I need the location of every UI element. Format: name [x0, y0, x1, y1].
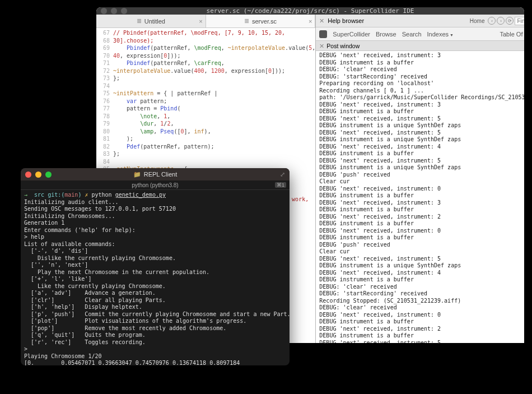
- close-dot[interactable]: [25, 171, 31, 178]
- folder-icon: 📁: [133, 171, 141, 178]
- help-search[interactable]: Search: [402, 31, 422, 38]
- help-browse[interactable]: Browse: [376, 31, 396, 38]
- help-toc[interactable]: Table Of Contents▼: [500, 31, 524, 38]
- post-title: Post window: [326, 43, 360, 49]
- post-window-header: ✕ Post window Auto Scroll: [316, 41, 524, 51]
- window-controls: [101, 8, 127, 14]
- find-input[interactable]: [515, 17, 524, 25]
- min-dot[interactable]: [111, 8, 117, 14]
- close-icon[interactable]: ✕: [319, 43, 324, 49]
- prompt-dir: src: [34, 192, 44, 198]
- close-icon[interactable]: ✕: [319, 17, 324, 25]
- term-tab-label: python (python3.8): [132, 182, 178, 188]
- close-dot[interactable]: [101, 8, 107, 14]
- doc-icon: ≣: [137, 17, 142, 25]
- git-branch: main: [64, 192, 78, 198]
- close-icon[interactable]: ×: [309, 18, 312, 25]
- cmd-file: genetic_demo.py: [115, 192, 166, 198]
- sc-titlebar[interactable]: server.sc (~/code/aa222/proj/src/sc) - S…: [96, 7, 524, 15]
- min-dot[interactable]: [35, 171, 41, 178]
- help-indexes[interactable]: Indexes▼: [427, 31, 454, 38]
- back-icon[interactable]: ‹: [488, 17, 496, 25]
- editor-tabs: ≣ Untitled × ≣ server.sc ×: [96, 15, 315, 28]
- term-output[interactable]: → src git:(main) ✗ python genetic_demo.p…: [21, 190, 290, 365]
- help-header: ✕ Help browser Home ‹ › ⟳: [316, 15, 524, 27]
- right-pane: ✕ Help browser Home ‹ › ⟳ SuperCollider …: [316, 15, 524, 343]
- prompt-arrow: →: [24, 192, 27, 198]
- sc-title: server.sc (~/code/aa222/proj/src/sc) - S…: [207, 7, 414, 15]
- help-title: Help browser: [328, 17, 364, 24]
- terminal-window: 📁 REPL Client ⤢ python (python3.8) ⌘1 → …: [21, 168, 290, 365]
- term-tab[interactable]: python (python3.8) ⌘1: [21, 180, 290, 190]
- tab-label: Untitled: [144, 18, 165, 25]
- term-title: REPL Client: [144, 171, 178, 178]
- term-tab-shortcut: ⌘1: [275, 182, 286, 188]
- term-titlebar[interactable]: 📁 REPL Client ⤢: [21, 168, 290, 180]
- tab-label: server.sc: [252, 18, 277, 25]
- help-toolbar: SuperCollider Browse Search Indexes▼ Tab…: [316, 27, 524, 41]
- cmd-python: python: [92, 192, 112, 198]
- tab-server[interactable]: ≣ server.sc ×: [206, 15, 316, 27]
- max-dot[interactable]: [45, 171, 52, 178]
- window-controls: [25, 171, 52, 178]
- home-button[interactable]: Home: [468, 17, 487, 25]
- close-icon[interactable]: ×: [199, 18, 202, 25]
- post-window[interactable]: DEBUG 'next' received, instrument: 3 DEB…: [316, 51, 524, 343]
- tab-untitled[interactable]: ≣ Untitled ×: [96, 15, 206, 27]
- expand-icon[interactable]: ⤢: [280, 171, 285, 178]
- forward-icon[interactable]: ›: [497, 17, 505, 25]
- reload-icon[interactable]: ⟳: [506, 17, 514, 25]
- git-close: ): [78, 192, 81, 198]
- sc-logo-icon[interactable]: [319, 30, 327, 38]
- git-dirty-icon: ✗: [85, 192, 88, 198]
- max-dot[interactable]: [121, 8, 127, 14]
- git-label: git:(: [48, 192, 64, 198]
- help-sc[interactable]: SuperCollider: [333, 31, 370, 38]
- doc-icon: ≣: [244, 17, 249, 25]
